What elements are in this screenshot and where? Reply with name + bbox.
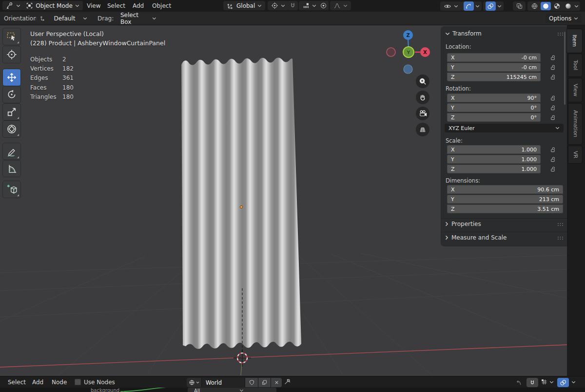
camera-view-button[interactable] [416, 107, 429, 120]
chevron-down-icon[interactable] [571, 381, 576, 384]
move-tool[interactable] [3, 69, 20, 86]
shading-material-button[interactable] [552, 2, 562, 10]
menu-add[interactable]: Add [130, 0, 147, 12]
grip-dots-icon[interactable] [557, 223, 564, 226]
menu-object[interactable]: Object [149, 0, 174, 12]
camera-view-icon [419, 110, 427, 118]
mode-dropdown[interactable]: Object Mode [22, 1, 83, 10]
active-object-breadcrumb: (228) Product | AshberyWindowCurtainPane… [30, 39, 165, 47]
world-name-field[interactable] [202, 378, 245, 387]
pivot-point-dropdown[interactable] [268, 1, 289, 10]
sidebar-tab-animation[interactable]: Animation [568, 104, 582, 144]
menu-select[interactable]: Select [104, 0, 128, 12]
rotation-z-field[interactable]: Z0° [447, 113, 541, 122]
orientation-default-icon [39, 15, 46, 22]
lock-open-icon[interactable] [549, 156, 557, 163]
sidebar-tab-vr[interactable]: VR [568, 146, 582, 163]
node-filter-dropdown[interactable]: All [188, 388, 276, 392]
shading-solid-button[interactable] [541, 2, 551, 10]
pan-button[interactable] [416, 91, 429, 104]
chevron-down-icon [574, 5, 579, 8]
toggle-ortho-button[interactable] [416, 123, 429, 136]
snap-toggle-button[interactable] [287, 1, 298, 10]
sidebar-tab-tool[interactable]: Tool [568, 54, 582, 76]
grip-dots-icon[interactable] [557, 32, 564, 36]
overlays-dropdown[interactable] [483, 1, 504, 11]
unlink-button[interactable] [271, 378, 282, 387]
lock-open-icon[interactable] [549, 146, 557, 153]
gizmos-dropdown[interactable] [461, 1, 482, 11]
lock-open-icon[interactable] [549, 64, 557, 71]
options-dropdown[interactable]: Options [546, 14, 582, 23]
annotate-tool[interactable] [3, 143, 20, 160]
shader-snap-with-dropdown[interactable] [541, 378, 554, 386]
lock-open-icon[interactable] [549, 54, 557, 61]
overlays-toggle[interactable] [486, 1, 496, 11]
dimensions-z-field[interactable]: Z3.51 cm [447, 205, 563, 213]
drag-dropdown[interactable]: Select Box [117, 14, 160, 23]
snap-with-dropdown[interactable] [299, 1, 320, 10]
shader-menu-add[interactable]: Add [29, 376, 46, 388]
zoom-button[interactable] [416, 75, 429, 88]
editor-type-button[interactable] [2, 1, 24, 10]
shading-rendered-button[interactable] [563, 2, 573, 10]
scale-z-field[interactable]: Z1.000 [447, 165, 541, 173]
sidebar-tab-view[interactable]: View [568, 78, 582, 102]
rotation-y-field[interactable]: Y0° [447, 103, 541, 112]
rotation-mode-dropdown[interactable]: XYZ Euler [445, 124, 564, 132]
lock-open-icon[interactable] [549, 114, 557, 121]
fake-user-button[interactable] [245, 378, 258, 387]
dimensions-y-field[interactable]: Y213 cm [447, 195, 563, 204]
lock-open-icon[interactable] [549, 166, 557, 172]
scale-y-field[interactable]: Y1.000 [447, 155, 541, 164]
pin-icon[interactable] [283, 378, 291, 386]
snap-increment-icon [302, 2, 310, 9]
curtain-panel-object [181, 58, 301, 349]
new-copy-button[interactable] [258, 378, 271, 387]
measure-tool[interactable] [3, 160, 20, 177]
shader-menu-node[interactable]: Node [49, 376, 70, 388]
properties-section-header[interactable]: Properties [445, 221, 481, 227]
magnet-icon [529, 379, 536, 386]
falloff-dropdown[interactable] [330, 1, 351, 10]
menu-view[interactable]: View [84, 0, 103, 12]
shading-wireframe-icon [531, 2, 538, 10]
shader-overlays-toggle[interactable] [557, 378, 569, 387]
location-z-field[interactable]: Z115245 cm [447, 73, 541, 81]
world-browse-button[interactable] [187, 378, 201, 387]
sidebar-tab-item[interactable]: Item [567, 29, 582, 53]
rotation-x-field[interactable]: X90° [447, 93, 541, 102]
use-nodes-checkbox[interactable] [75, 379, 81, 385]
grip-dots-icon[interactable] [557, 236, 564, 240]
xray-toggle[interactable] [513, 1, 526, 11]
transform-panel-header[interactable]: Transform [445, 30, 482, 37]
location-y-field[interactable]: Y-0 cm [447, 63, 541, 72]
select-box-tool[interactable] [3, 28, 20, 45]
dimensions-x-field[interactable]: X90.6 cm [447, 185, 563, 194]
add-cube-tool[interactable] [3, 181, 20, 198]
gizmo-minus-x-ball [387, 48, 395, 56]
object-visibility-dropdown[interactable] [440, 1, 462, 11]
chevron-down-icon [574, 17, 578, 20]
orientation-dropdown[interactable]: Default [36, 14, 91, 23]
scale-tool[interactable] [3, 104, 20, 120]
scale-x-field[interactable]: X1.000 [447, 145, 541, 154]
shading-wireframe-button[interactable] [529, 2, 540, 10]
redo-arrow-icon[interactable] [515, 378, 523, 386]
shader-menu-select[interactable]: Select [5, 376, 29, 388]
lock-open-icon[interactable] [549, 94, 557, 101]
lock-open-icon[interactable] [549, 74, 557, 80]
proportional-edit-button[interactable] [318, 1, 329, 10]
shader-snap-toggle[interactable] [526, 378, 538, 387]
transform-tool[interactable] [3, 121, 20, 137]
lock-open-icon[interactable] [549, 104, 557, 111]
navigation-gizmo[interactable]: Y Z X [385, 27, 434, 75]
rotate-tool[interactable] [3, 86, 20, 103]
cursor-tool[interactable] [3, 46, 20, 63]
measure-scale-section-header[interactable]: Measure and Scale [445, 234, 507, 241]
gizmos-toggle[interactable] [464, 1, 474, 11]
scrollbar[interactable] [564, 32, 566, 105]
transform-orientation-dropdown[interactable]: Global [223, 1, 265, 10]
dimensions-label: Dimensions: [446, 177, 480, 184]
location-x-field[interactable]: X-0 cm [447, 53, 541, 62]
